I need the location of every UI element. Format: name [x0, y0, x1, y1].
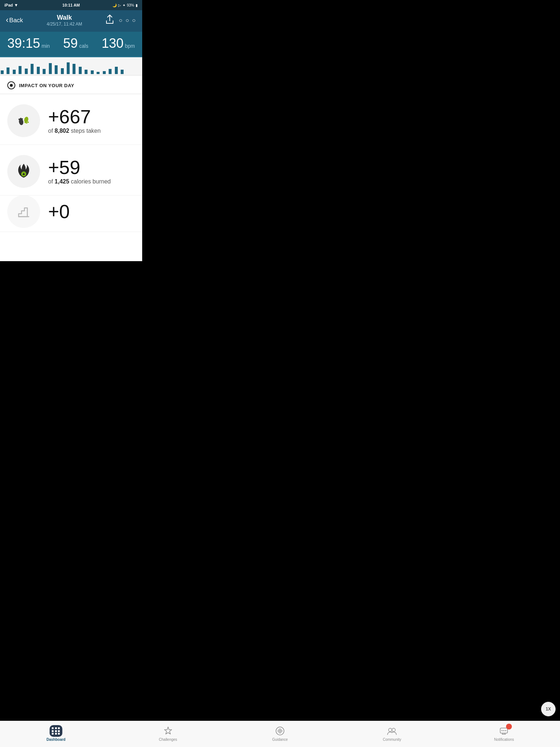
back-label: Back [9, 17, 23, 24]
steps-metric-row: +667 of 8,802 steps taken [0, 94, 142, 145]
floors-value: +0 [48, 202, 70, 221]
target-icon [7, 81, 15, 89]
wifi-icon: ▾ [15, 3, 17, 8]
bluetooth-icon: ✦ [122, 3, 125, 7]
status-right: 🌙 ▷ ✦ 93% ▮ [112, 3, 138, 7]
nav-header: ‹ Back Walk 4/25/17, 11:42 AM ○ ○ ○ [0, 10, 142, 32]
back-button[interactable]: ‹ Back [6, 17, 23, 24]
duration-unit: min [42, 43, 50, 49]
chart-strip [0, 57, 142, 76]
status-time: 10:11 AM [62, 3, 80, 7]
duration-stat: 39:15 min [7, 37, 50, 50]
stats-bar: 39:15 min 59 cals 130 bpm [0, 32, 142, 57]
heart-rate-unit: bpm [125, 43, 135, 49]
workout-subtitle: 4/25/17, 11:42 AM [47, 22, 82, 27]
calories-burned-value: +59 [48, 158, 111, 177]
steps-icon [15, 112, 33, 130]
steps-icon-circle [7, 104, 40, 137]
crescent-icon: 🌙 [112, 3, 117, 7]
steps-detail-suffix: steps taken [69, 128, 101, 134]
steps-detail: of 8,802 steps taken [48, 128, 101, 134]
calories-detail-suffix: calories burned [69, 178, 111, 185]
main-content: IMPACT ON YOUR DAY +667 of 8,802 steps t… [0, 76, 142, 261]
share-icon[interactable] [106, 15, 114, 26]
calories-unit: cals [79, 43, 88, 49]
chevron-left-icon: ‹ [6, 16, 8, 24]
steps-value: +667 [48, 107, 101, 126]
status-bar: iPad ▾ 10:11 AM 🌙 ▷ ✦ 93% ▮ [0, 0, 142, 10]
floors-metric-row: +0 [0, 196, 142, 232]
heart-rate-stat: 130 bpm [102, 37, 135, 50]
calories-stat: 59 cals [63, 37, 88, 50]
calories-metric-text: +59 of 1,425 calories burned [48, 158, 111, 185]
carrier-label: iPad [4, 3, 13, 7]
nav-title: Walk 4/25/17, 11:42 AM [47, 14, 82, 27]
heart-rate-value: 130 [102, 37, 124, 50]
status-left: iPad ▾ [4, 3, 17, 8]
calories-detail-bold: 1,425 [55, 178, 69, 185]
impact-section-header: IMPACT ON YOUR DAY [0, 76, 142, 94]
section-title: IMPACT ON YOUR DAY [19, 83, 74, 88]
floors-icon [16, 204, 32, 220]
nav-actions: ○ ○ ○ [106, 15, 136, 26]
steps-metric-text: +667 of 8,802 steps taken [48, 107, 101, 134]
calories-metric-row: +59 of 1,425 calories burned [0, 145, 142, 196]
target-icon-center [10, 84, 13, 87]
steps-detail-prefix: of [48, 128, 55, 134]
calories-icon-circle [7, 155, 40, 188]
calories-icon [15, 162, 32, 181]
workout-title: Walk [47, 14, 82, 22]
calories-detail-prefix: of [48, 178, 55, 185]
calories-detail: of 1,425 calories burned [48, 178, 111, 185]
more-options-icon[interactable]: ○ ○ ○ [119, 17, 136, 24]
floors-metric-text: +0 [48, 202, 70, 221]
battery-icon: ▮ [136, 3, 138, 7]
duration-value: 39:15 [7, 37, 40, 50]
battery-label: 93% [127, 3, 134, 7]
floors-icon-circle [7, 196, 40, 228]
calories-value: 59 [63, 37, 78, 50]
chart-bars [0, 62, 142, 75]
steps-detail-bold: 8,802 [55, 128, 69, 134]
location-icon: ▷ [118, 3, 121, 7]
